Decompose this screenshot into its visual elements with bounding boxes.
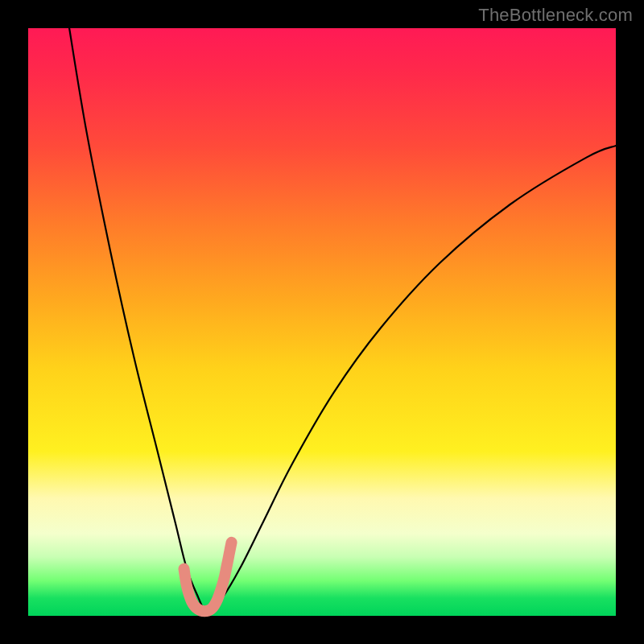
trough-highlight (184, 543, 232, 611)
bottleneck-curve (69, 28, 616, 612)
curve-layer (28, 28, 616, 616)
chart-frame: TheBottleneck.com (0, 0, 644, 644)
plot-area (28, 28, 616, 616)
watermark-text: TheBottleneck.com (478, 5, 633, 26)
